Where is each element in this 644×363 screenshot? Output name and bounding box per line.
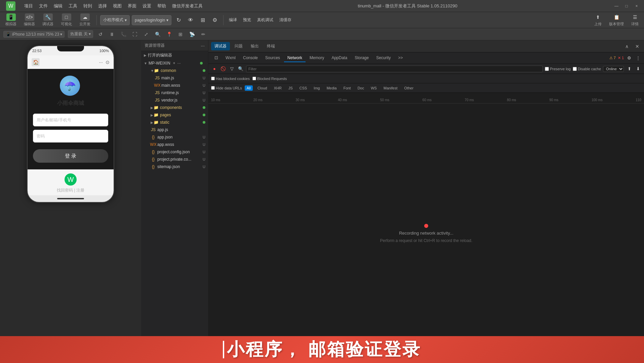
- tree-item-common[interactable]: ▼ 📁 common: [141, 67, 208, 74]
- filter-js[interactable]: JS: [286, 85, 295, 91]
- version-button[interactable]: 📋 版本管理: [606, 13, 627, 27]
- tree-item-appjs[interactable]: JS app.js: [141, 126, 208, 133]
- filter-manifest[interactable]: Manifest: [381, 85, 400, 91]
- menu-item-file[interactable]: 文件: [39, 3, 48, 9]
- filter-doc[interactable]: Doc: [356, 85, 366, 91]
- warn-badge[interactable]: ⚠ 7: [609, 56, 616, 60]
- visualize-button[interactable]: □ 可视化: [58, 12, 75, 28]
- hot-reload-select[interactable]: 热重载 关 ▾: [68, 30, 93, 38]
- filter-ws[interactable]: WS: [369, 85, 379, 91]
- debugger-button[interactable]: 🔧 调试器: [40, 12, 56, 28]
- dt-tab-more[interactable]: >>: [395, 54, 406, 62]
- maximize-button[interactable]: □: [622, 2, 631, 10]
- menu-item-interface[interactable]: 界面: [128, 3, 136, 9]
- pause-icon[interactable]: ⏸: [108, 30, 116, 38]
- file-panel-more-icon[interactable]: ···: [201, 43, 205, 48]
- record-button[interactable]: ●: [211, 66, 218, 72]
- tree-item-vendorjs[interactable]: JS vendor.js U: [141, 96, 208, 104]
- preserve-log-label[interactable]: Preserve log: [545, 67, 571, 71]
- filter-media[interactable]: Media: [325, 85, 339, 91]
- export-icon[interactable]: ⬇: [635, 66, 641, 72]
- upload-button[interactable]: ⬆ 上传: [592, 13, 604, 27]
- menu-item-tools[interactable]: 工具: [69, 3, 77, 9]
- err-badge[interactable]: ✕ 1: [618, 56, 624, 60]
- hide-data-urls-label[interactable]: Hide data URLs: [211, 86, 242, 90]
- menu-item-view[interactable]: 视图: [113, 3, 122, 9]
- tree-item-projectconfig[interactable]: {} project.config.json U: [141, 148, 208, 156]
- settings-icon[interactable]: ⚙: [626, 55, 633, 62]
- tree-item-mainwxss[interactable]: WX main.wxss U: [141, 82, 208, 89]
- wifi-icon[interactable]: 📡: [188, 30, 196, 38]
- preview-eye-button[interactable]: 👁: [186, 15, 196, 25]
- tree-item-runtimejs[interactable]: JS runtime.js U: [141, 89, 208, 96]
- menu-item-help[interactable]: 帮助: [157, 3, 166, 9]
- blocked-requests-label[interactable]: Blocked Requests: [252, 77, 287, 81]
- tree-item-components[interactable]: ▶ 📁 components: [141, 104, 208, 111]
- filter-input[interactable]: [246, 66, 543, 72]
- cloud-button[interactable]: ☁ 云开发: [77, 12, 93, 28]
- tab-output[interactable]: 输出: [247, 42, 262, 50]
- detail-button[interactable]: ☰ 详情: [629, 13, 641, 27]
- compile-label[interactable]: 编译: [227, 16, 239, 24]
- fullscreen-icon[interactable]: ⛶: [131, 30, 139, 38]
- pen-icon[interactable]: ✏: [199, 30, 207, 38]
- phone-nav-more[interactable]: ···: [99, 59, 103, 65]
- resize-icon[interactable]: ⤢: [142, 30, 150, 38]
- project-options-icon[interactable]: ···: [177, 61, 181, 66]
- project-section[interactable]: ▼ MP-WEIXIN + ···: [141, 59, 208, 67]
- filter-icon[interactable]: ▽: [229, 66, 235, 72]
- qr-button[interactable]: ⊞: [198, 15, 208, 25]
- search-filter-icon[interactable]: 🔍: [237, 66, 244, 72]
- mode-select[interactable]: 小程序模式 ▾: [100, 15, 130, 25]
- tab-terminal[interactable]: 终端: [264, 42, 278, 50]
- tab-debugger[interactable]: 调试器: [211, 42, 230, 50]
- phone-icon[interactable]: 📞: [119, 30, 127, 38]
- menu-item-select[interactable]: 选择: [98, 3, 107, 9]
- save-label[interactable]: 清缓存: [277, 16, 293, 24]
- minimize-button[interactable]: —: [612, 2, 620, 10]
- hide-data-urls-checkbox[interactable]: [211, 86, 215, 90]
- dt-tab-pointer[interactable]: ⊡: [211, 54, 222, 62]
- clear-button[interactable]: 🚫: [220, 66, 227, 72]
- menu-item-project[interactable]: 项目: [24, 3, 33, 9]
- filter-other[interactable]: Other: [402, 85, 416, 91]
- menu-item-weixin[interactable]: 微信开发者工具: [172, 3, 203, 9]
- preview-label[interactable]: 预览: [241, 16, 253, 24]
- dt-tab-memory[interactable]: Memory: [306, 54, 327, 62]
- preserve-log-checkbox[interactable]: [545, 67, 549, 71]
- editor-button[interactable]: </> 编辑器: [21, 12, 38, 28]
- simulator-button[interactable]: 📱 模拟器: [3, 12, 19, 28]
- real-machine-label[interactable]: 真机调试: [255, 16, 275, 24]
- menu-item-settings[interactable]: 设置: [143, 3, 151, 9]
- blocked-requests-checkbox[interactable]: [252, 77, 256, 80]
- online-select[interactable]: Online: [603, 66, 624, 72]
- open-editors-section[interactable]: ▶ 打开的编辑器: [141, 51, 208, 59]
- disable-cache-checkbox[interactable]: [573, 67, 577, 71]
- grid-icon[interactable]: ⊞: [176, 30, 185, 38]
- dt-tab-security[interactable]: Security: [373, 54, 394, 62]
- dt-tab-wxml[interactable]: Wxml: [222, 54, 239, 62]
- password-input[interactable]: 密码: [33, 130, 108, 143]
- filter-font[interactable]: Font: [341, 85, 353, 91]
- dt-tab-console[interactable]: Console: [240, 54, 261, 62]
- phone-home-icon[interactable]: 🏠: [32, 58, 40, 66]
- tree-item-appjson[interactable]: {} app.json U: [141, 133, 208, 141]
- tree-item-sitemap[interactable]: {} sitemap.json U: [141, 163, 208, 170]
- tree-item-appwxss[interactable]: WX app.wxss U: [141, 141, 208, 148]
- tab-issues[interactable]: 问题: [231, 42, 246, 50]
- filter-xhr[interactable]: XHR: [272, 85, 284, 91]
- close-button[interactable]: ×: [633, 2, 641, 10]
- menu-item-edit[interactable]: 编辑: [54, 3, 63, 9]
- has-blocked-cookies-label[interactable]: Has blocked cookies: [211, 77, 250, 81]
- rotate-icon[interactable]: ↺: [96, 30, 105, 38]
- filter-cloud[interactable]: Cloud: [255, 85, 269, 91]
- filter-css[interactable]: CSS: [297, 85, 309, 91]
- filter-img[interactable]: Img: [312, 85, 322, 91]
- dt-tab-appdata[interactable]: AppData: [328, 54, 351, 62]
- devtools-close-icon[interactable]: ✕: [633, 43, 641, 50]
- page-select[interactable]: pages/login/login ▾: [132, 15, 171, 25]
- username-input[interactable]: 用户名/邮箱/手机号: [33, 114, 108, 126]
- import-icon[interactable]: ⬆: [626, 66, 633, 72]
- tree-item-pages[interactable]: ▶ 📁 pages: [141, 111, 208, 119]
- dt-tab-network[interactable]: Network: [284, 54, 306, 62]
